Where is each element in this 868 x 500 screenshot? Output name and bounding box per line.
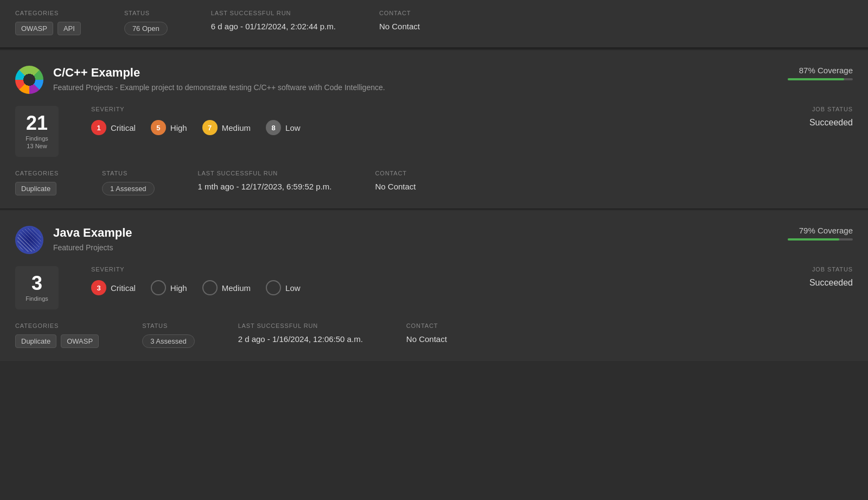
project-info-java: Java Example Featured Projects [53,226,132,252]
project-header-java: Java Example Featured Projects 79% Cover… [15,226,853,254]
coverage-info-java: 79% Coverage [788,226,853,240]
tag-api: API [58,22,81,35]
tag-duplicate-cc: Duplicate [15,182,56,195]
project-header-left-cc: C/C++ Example Featured Projects - Exampl… [15,66,385,94]
project-header-left-java: Java Example Featured Projects [15,226,132,254]
footer-status-cc: STATUS 1 Assessed [102,170,155,195]
footer-status-value-cc: 1 Assessed [102,182,155,195]
footer-categories-cc: CATEGORIES Duplicate [15,170,59,195]
severity-name-medium-cc: Medium [222,123,251,132]
footer-lastrun-label-cc: LAST SUCCESSFUL RUN [198,170,332,176]
findings-label-cc: Findings [21,135,53,142]
footer-lastrun-value-java: 2 d ago - 1/16/2024, 12:06:50 a.m. [238,334,363,344]
footer-lastrun-value-cc: 1 mth ago - 12/17/2023, 6:59:52 p.m. [198,182,332,191]
coverage-text-java: 79% Coverage [799,226,853,235]
severity-section-cc: SEVERITY 1 Critical 5 High 7 Medium 8 Lo… [91,106,777,135]
top-meta-section: CATEGORIES OWASP API STATUS 76 Open LAST… [0,0,868,48]
severity-items-cc: 1 Critical 5 High 7 Medium 8 Low [91,120,777,135]
project-body-java: 3 Findings SEVERITY 3 Critical High Medi… [15,266,853,309]
meta-row: CATEGORIES OWASP API STATUS 76 Open LAST… [15,10,853,35]
footer-lastrun-cc: LAST SUCCESSFUL RUN 1 mth ago - 12/17/20… [198,170,332,191]
section-divider-1 [0,48,868,49]
coverage-text-cc: 87% Coverage [799,66,853,75]
footer-tags-cc: Duplicate [15,182,59,195]
severity-name-high-java: High [170,283,187,293]
coverage-bar-fill-cc [788,78,844,80]
severity-critical-cc: 1 Critical [91,120,136,135]
categories-group: CATEGORIES OWASP API [15,10,81,35]
severity-section-java: SEVERITY 3 Critical High Medium Low [91,266,777,295]
footer-cat-label-cc: CATEGORIES [15,170,59,176]
status-value: 76 Open [124,22,168,35]
severity-name-critical-java: Critical [111,283,136,293]
status-group: STATUS 76 Open [124,10,168,35]
footer-contact-java: CONTACT No Contact [406,322,447,344]
project-footer-cc: CATEGORIES Duplicate STATUS 1 Assessed L… [15,170,853,208]
footer-contact-label-cc: CONTACT [375,170,416,176]
severity-medium-cc: 7 Medium [202,120,251,135]
badge-low-cc: 8 [266,120,281,135]
footer-categories-java: CATEGORIES Duplicate OWASP [15,322,99,348]
badge-high-java [151,280,166,295]
contact-group: CONTACT No Contact [379,10,420,31]
footer-contact-label-java: CONTACT [406,322,447,329]
job-status-section-cc: JOB STATUS Succeeded [809,106,853,128]
severity-high-cc: 5 High [151,120,187,135]
severity-critical-java: 3 Critical [91,280,136,295]
severity-label-cc: SEVERITY [91,106,777,112]
badge-critical-cc: 1 [91,120,106,135]
project-footer-java: CATEGORIES Duplicate OWASP STATUS 3 Asse… [15,322,853,361]
status-label: STATUS [124,10,168,16]
footer-status-value-java: 3 Assessed [142,334,195,348]
footer-status-java: STATUS 3 Assessed [142,322,195,348]
findings-count-cc: 21 [21,113,53,133]
footer-lastrun-label-java: LAST SUCCESSFUL RUN [238,322,363,329]
contact-label: CONTACT [379,10,420,16]
findings-box-java: 3 Findings [15,266,59,309]
findings-box-cc: 21 Findings 13 New [15,106,59,157]
severity-name-low-cc: Low [285,123,301,132]
coverage-bar-bg-cc [788,78,853,80]
job-status-label-java: JOB STATUS [809,266,853,273]
footer-status-label-cc: STATUS [102,170,155,176]
last-run-label: LAST SUCCESSFUL RUN [211,10,336,16]
section-divider-2 [0,208,868,210]
severity-name-critical-cc: Critical [111,123,136,132]
badge-medium-java [202,280,218,295]
badge-critical-java: 3 [91,280,106,295]
footer-contact-value-java: No Contact [406,334,447,344]
project-header-cc: C/C++ Example Featured Projects - Exampl… [15,66,853,94]
footer-lastrun-java: LAST SUCCESSFUL RUN 2 d ago - 1/16/2024,… [238,322,363,344]
categories-label: CATEGORIES [15,10,81,16]
severity-label-java: SEVERITY [91,266,777,273]
project-desc-cc: Featured Projects - Example project to d… [53,83,385,92]
project-card-cc[interactable]: C/C++ Example Featured Projects - Exampl… [0,50,868,208]
last-run-value: 6 d ago - 01/12/2024, 2:02:44 p.m. [211,22,336,31]
severity-low-cc: 8 Low [266,120,301,135]
severity-medium-java: Medium [202,280,251,295]
tag-owasp-java: OWASP [61,334,99,348]
badge-low-java [266,280,281,295]
project-body-cc: 21 Findings 13 New SEVERITY 1 Critical 5… [15,106,853,157]
job-status-label-cc: JOB STATUS [809,106,853,112]
findings-label-java: Findings [21,295,53,302]
badge-high-cc: 5 [151,120,166,135]
footer-status-label-java: STATUS [142,322,195,329]
findings-new-cc: 13 New [21,143,53,149]
badge-medium-cc: 7 [202,120,218,135]
coverage-info-cc: 87% Coverage [788,66,853,80]
project-title-cc: C/C++ Example [53,66,385,80]
severity-high-java: High [151,280,187,295]
severity-name-high-cc: High [170,123,187,132]
job-status-section-java: JOB STATUS Succeeded [809,266,853,288]
job-status-value-java: Succeeded [809,278,853,288]
coverage-bar-bg-java [788,238,853,240]
project-card-java[interactable]: Java Example Featured Projects 79% Cover… [0,211,868,361]
last-run-group: LAST SUCCESSFUL RUN 6 d ago - 01/12/2024… [211,10,336,31]
severity-name-medium-java: Medium [222,283,251,293]
categories-tags: OWASP API [15,22,81,35]
severity-name-low-java: Low [285,283,301,293]
contact-value: No Contact [379,22,420,31]
tag-owasp: OWASP [15,22,53,35]
severity-low-java: Low [266,280,301,295]
